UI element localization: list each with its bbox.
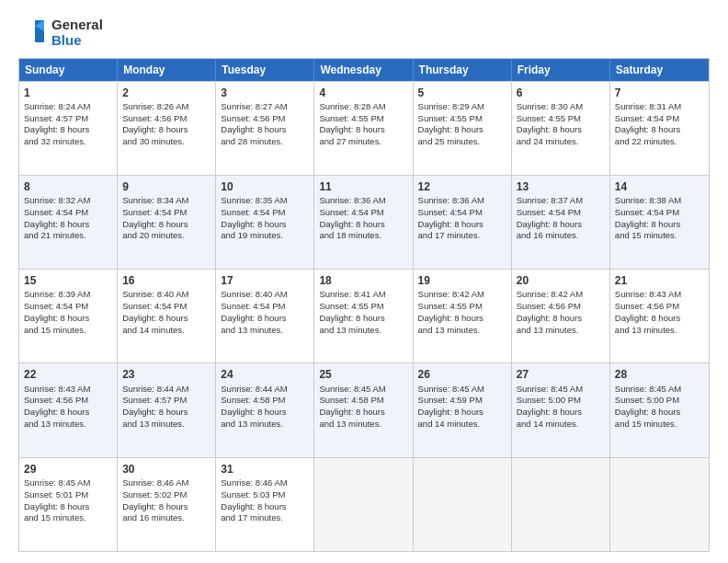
calendar-cell: 19Sunrise: 8:42 AMSunset: 4:55 PMDayligh…: [414, 270, 512, 362]
day-info: Sunset: 4:55 PM: [418, 301, 506, 313]
calendar-cell: 13Sunrise: 8:37 AMSunset: 4:54 PMDayligh…: [512, 176, 610, 269]
calendar-cell: 21Sunrise: 8:43 AMSunset: 4:56 PMDayligh…: [610, 270, 709, 362]
day-info: Sunrise: 8:46 AM: [221, 477, 309, 489]
day-info: Daylight: 8 hours: [122, 124, 210, 136]
day-info: Sunset: 4:58 PM: [221, 395, 309, 407]
weekday-header: Monday: [118, 59, 216, 81]
day-info: Sunrise: 8:35 AM: [221, 195, 309, 207]
day-number: 20: [517, 273, 605, 288]
day-info: Sunset: 4:55 PM: [418, 113, 506, 125]
day-info: Daylight: 8 hours: [517, 313, 605, 325]
calendar-cell: [414, 458, 512, 551]
day-info: and 13 minutes.: [221, 325, 309, 337]
day-info: and 25 minutes.: [418, 136, 506, 148]
day-info: Sunset: 5:00 PM: [517, 395, 605, 407]
day-number: 26: [418, 367, 506, 382]
day-info: and 19 minutes.: [221, 230, 309, 242]
day-info: Daylight: 8 hours: [221, 501, 309, 513]
day-info: and 15 minutes.: [24, 325, 112, 337]
day-info: and 13 minutes.: [418, 325, 506, 337]
logo: General Blue: [18, 17, 103, 49]
day-number: 17: [221, 273, 309, 288]
day-info: and 20 minutes.: [122, 230, 210, 242]
day-info: Daylight: 8 hours: [615, 124, 704, 136]
day-info: Daylight: 8 hours: [319, 313, 407, 325]
day-number: 14: [615, 179, 704, 194]
day-info: Daylight: 8 hours: [418, 124, 506, 136]
day-info: Sunrise: 8:40 AM: [122, 289, 210, 301]
logo-text: General Blue: [51, 17, 103, 49]
day-info: Daylight: 8 hours: [122, 501, 210, 513]
day-info: and 16 minutes.: [122, 512, 210, 524]
day-info: and 27 minutes.: [319, 136, 407, 148]
day-info: Sunrise: 8:45 AM: [319, 384, 407, 396]
day-number: 11: [319, 179, 407, 194]
calendar-cell: 12Sunrise: 8:36 AMSunset: 4:54 PMDayligh…: [414, 176, 512, 269]
day-info: Sunset: 4:54 PM: [615, 207, 704, 219]
day-number: 10: [221, 179, 309, 194]
day-info: Sunset: 5:00 PM: [615, 395, 704, 407]
day-info: Sunrise: 8:27 AM: [221, 101, 309, 113]
day-info: and 16 minutes.: [517, 230, 605, 242]
day-info: Daylight: 8 hours: [418, 407, 506, 419]
day-info: Sunrise: 8:43 AM: [24, 384, 112, 396]
day-info: Sunrise: 8:38 AM: [615, 195, 704, 207]
calendar-cell: 1Sunrise: 8:24 AMSunset: 4:57 PMDaylight…: [19, 82, 118, 175]
calendar-cell: 31Sunrise: 8:46 AMSunset: 5:03 PMDayligh…: [216, 458, 314, 551]
day-info: Daylight: 8 hours: [24, 313, 112, 325]
day-info: Daylight: 8 hours: [418, 219, 506, 231]
day-info: Sunset: 4:56 PM: [122, 113, 210, 125]
day-info: Sunset: 4:54 PM: [615, 113, 704, 125]
calendar-cell: 14Sunrise: 8:38 AMSunset: 4:54 PMDayligh…: [610, 176, 709, 269]
day-info: Sunset: 4:56 PM: [517, 301, 605, 313]
calendar-row: 22Sunrise: 8:43 AMSunset: 4:56 PMDayligh…: [19, 362, 709, 456]
calendar-cell: 17Sunrise: 8:40 AMSunset: 4:54 PMDayligh…: [216, 270, 314, 362]
day-info: Sunset: 4:54 PM: [24, 301, 112, 313]
day-info: Sunrise: 8:26 AM: [122, 101, 210, 113]
weekday-header: Friday: [512, 59, 610, 81]
calendar-cell: 23Sunrise: 8:44 AMSunset: 4:57 PMDayligh…: [118, 363, 216, 456]
day-info: Sunrise: 8:44 AM: [221, 384, 309, 396]
calendar-cell: 7Sunrise: 8:31 AMSunset: 4:54 PMDaylight…: [610, 82, 709, 175]
day-info: Sunset: 5:01 PM: [24, 489, 112, 501]
day-info: Sunset: 4:54 PM: [24, 207, 112, 219]
day-info: Sunset: 4:54 PM: [319, 207, 407, 219]
day-info: Daylight: 8 hours: [517, 407, 605, 419]
day-info: Sunrise: 8:40 AM: [221, 289, 309, 301]
day-number: 25: [319, 367, 407, 382]
weekday-header: Tuesday: [216, 59, 314, 81]
day-info: Sunset: 4:54 PM: [122, 301, 210, 313]
day-info: Sunset: 5:02 PM: [122, 489, 210, 501]
day-info: Sunrise: 8:45 AM: [517, 384, 605, 396]
logo-container: General Blue: [18, 17, 103, 49]
day-info: and 17 minutes.: [221, 512, 309, 524]
page: General Blue SundayMondayTuesdayWednesda…: [0, 0, 728, 563]
day-info: and 22 minutes.: [615, 136, 704, 148]
calendar-cell: 26Sunrise: 8:45 AMSunset: 4:59 PMDayligh…: [414, 363, 512, 456]
calendar: SundayMondayTuesdayWednesdayThursdayFrid…: [18, 58, 710, 553]
day-number: 3: [221, 86, 309, 100]
day-info: Sunset: 4:56 PM: [221, 113, 309, 125]
day-info: Sunset: 4:54 PM: [221, 301, 309, 313]
calendar-row: 8Sunrise: 8:32 AMSunset: 4:54 PMDaylight…: [19, 175, 709, 269]
day-info: and 30 minutes.: [122, 136, 210, 148]
day-info: Sunrise: 8:30 AM: [517, 101, 605, 113]
day-number: 18: [319, 273, 407, 288]
day-info: and 28 minutes.: [221, 136, 309, 148]
day-info: Sunset: 4:56 PM: [24, 395, 112, 407]
calendar-cell: 5Sunrise: 8:29 AMSunset: 4:55 PMDaylight…: [414, 82, 512, 175]
header: General Blue: [18, 17, 710, 49]
day-info: and 15 minutes.: [24, 512, 112, 524]
day-number: 22: [24, 367, 112, 382]
day-info: and 21 minutes.: [24, 230, 112, 242]
day-info: Sunset: 4:55 PM: [517, 113, 605, 125]
day-info: Sunrise: 8:37 AM: [517, 195, 605, 207]
day-info: Daylight: 8 hours: [221, 313, 309, 325]
day-info: Daylight: 8 hours: [24, 124, 112, 136]
weekday-header: Thursday: [414, 59, 512, 81]
calendar-header: SundayMondayTuesdayWednesdayThursdayFrid…: [19, 59, 709, 81]
day-info: and 14 minutes.: [418, 419, 506, 431]
day-info: Sunset: 4:58 PM: [319, 395, 407, 407]
day-number: 27: [517, 367, 605, 382]
calendar-cell: 9Sunrise: 8:34 AMSunset: 4:54 PMDaylight…: [118, 176, 216, 269]
